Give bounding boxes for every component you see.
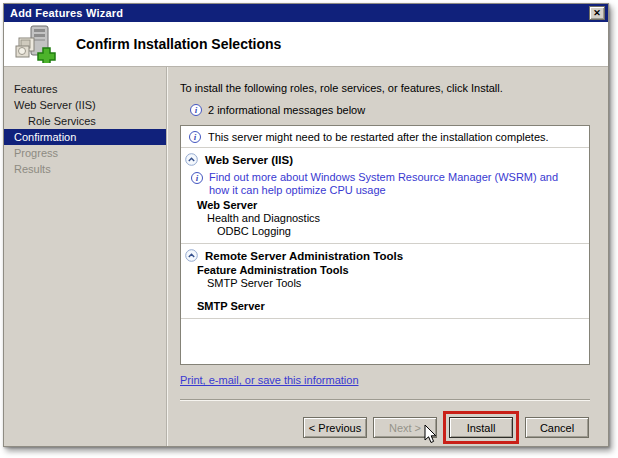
wizard-buttons: < Previous Next > Install Cancel bbox=[180, 411, 590, 444]
mouse-cursor bbox=[424, 425, 439, 446]
wizard-body: Features Web Server (IIS) Role Services … bbox=[4, 67, 608, 446]
collapse-icon[interactable] bbox=[185, 249, 198, 262]
info-icon: i bbox=[191, 172, 203, 184]
restart-note-text: This server might need to be restarted a… bbox=[208, 131, 549, 143]
add-features-wizard-window: Add Features Wizard ✕ Confirm Installati… bbox=[3, 3, 609, 447]
messages-note-text: 2 informational messages below bbox=[208, 104, 365, 116]
cancel-button[interactable]: Cancel bbox=[525, 417, 589, 438]
add-features-icon bbox=[14, 25, 58, 63]
wizard-steps-sidebar: Features Web Server (IIS) Role Services … bbox=[4, 67, 167, 446]
section-web-server-iis: Web Server (IIS) bbox=[181, 148, 589, 168]
previous-button[interactable]: < Previous bbox=[303, 417, 367, 438]
section-separator bbox=[181, 318, 589, 319]
page-title: Confirm Installation Selections bbox=[76, 36, 281, 52]
wsrm-info-link[interactable]: Find out more about Windows System Resou… bbox=[209, 171, 559, 197]
section-title: Remote Server Administration Tools bbox=[205, 250, 403, 262]
info-icon: i bbox=[190, 104, 202, 116]
informational-messages-note: i 2 informational messages below bbox=[190, 104, 590, 116]
wizard-header: Confirm Installation Selections bbox=[4, 22, 608, 67]
tree-entry-feature-administration-tools: Feature Administration Tools bbox=[197, 264, 589, 277]
wsrm-info-row: i Find out more about Windows System Res… bbox=[181, 168, 589, 199]
sidebar-item-web-server-iis[interactable]: Web Server (IIS) bbox=[4, 97, 166, 113]
sidebar-item-progress: Progress bbox=[4, 145, 166, 161]
sidebar-item-results: Results bbox=[4, 161, 166, 177]
tree-entry-web-server: Web Server bbox=[197, 199, 589, 212]
info-icon: i bbox=[189, 131, 201, 143]
sidebar-item-features[interactable]: Features bbox=[4, 81, 166, 97]
print-row: Print, e-mail, or save this information bbox=[180, 374, 590, 386]
install-button[interactable]: Install bbox=[449, 417, 513, 438]
tree-entry-smtp-server-tools: SMTP Server Tools bbox=[207, 277, 589, 290]
window-title: Add Features Wizard bbox=[10, 7, 123, 19]
sidebar-item-confirmation[interactable]: Confirmation bbox=[4, 129, 166, 145]
intro-text: To install the following roles, role ser… bbox=[180, 81, 590, 95]
section-rsat: Remote Server Administration Tools bbox=[181, 244, 589, 264]
footer-divider bbox=[180, 399, 590, 401]
sidebar-item-role-services[interactable]: Role Services bbox=[4, 113, 166, 129]
screenshot-root: { "window": { "title": "Add Features Wiz… bbox=[0, 0, 618, 458]
tree-entry-smtp-server: SMTP Server bbox=[197, 300, 589, 313]
print-email-save-link[interactable]: Print, e-mail, or save this information bbox=[180, 374, 359, 386]
tree-entry-odbc-logging: ODBC Logging bbox=[217, 225, 589, 238]
title-bar: Add Features Wizard ✕ bbox=[4, 4, 608, 22]
confirmation-content: To install the following roles, role ser… bbox=[167, 67, 608, 446]
restart-warning-row: i This server might need to be restarted… bbox=[181, 126, 589, 148]
collapse-icon[interactable] bbox=[185, 153, 198, 166]
install-highlight-annotation: Install bbox=[443, 411, 519, 444]
close-icon[interactable]: ✕ bbox=[589, 6, 605, 20]
section-title: Web Server (IIS) bbox=[205, 154, 293, 166]
selections-panel: i This server might need to be restarted… bbox=[180, 125, 590, 365]
tree-entry-health-and-diagnostics: Health and Diagnostics bbox=[207, 212, 589, 225]
